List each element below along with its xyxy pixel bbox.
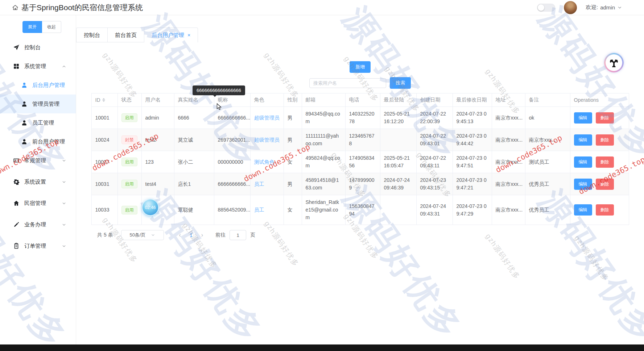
role-link[interactable]: 超级管理员 — [254, 115, 280, 121]
goto-label: 前往 — [215, 232, 226, 238]
main-content: 控制台前台首页后台用户管理× 新增 搜索 ID状态用户名真实姓名昵称角色性别邮箱… — [76, 15, 644, 344]
cell-email: 495824@qq.com — [302, 151, 345, 173]
tab-bar: 控制台前台首页后台用户管理× — [76, 28, 198, 42]
column-header-id[interactable]: ID — [91, 93, 117, 107]
table-header-row: ID状态用户名真实姓名昵称角色性别邮箱电话最后登陆创建日期最后修改日期地址备注O… — [91, 93, 629, 107]
cell-gender: 男 — [284, 129, 302, 151]
sidebar-item-general-management[interactable]: 常规管理 — [0, 151, 76, 170]
theme-toggle[interactable] — [537, 4, 555, 12]
tab-label: 控制台 — [84, 32, 100, 38]
sidebar-item-label: 系统管理 — [24, 63, 46, 70]
delete-button[interactable]: 删除 — [596, 179, 614, 190]
expand-button[interactable]: 展开 — [22, 21, 42, 33]
delete-button[interactable]: 删除 — [596, 134, 614, 146]
edit-button[interactable]: 编辑 — [574, 112, 592, 124]
page-number-1[interactable]: 1 — [190, 232, 193, 238]
sidebar-item-staff-management[interactable]: 员工管理 — [0, 113, 76, 132]
sidebar-item-system-management[interactable]: 系统管理 — [0, 57, 76, 76]
column-header-created: 创建日期 — [416, 93, 453, 107]
add-button[interactable]: 新增 — [350, 61, 371, 73]
sidebar-item-frontend-user-management[interactable]: 前台用户管理 — [0, 132, 76, 151]
delete-button[interactable]: 删除 — [596, 204, 614, 216]
user-menu[interactable]: 欢迎: admin — [586, 4, 622, 11]
cell-email: 458914518@163.com — [302, 173, 345, 195]
cell-last_login: 2025-05-21 16:05:47 — [380, 151, 416, 173]
cell-username: test4 — [141, 173, 174, 195]
cell-id: 10001 — [91, 107, 117, 129]
sidebar-item-business-handling[interactable]: 业务办理 — [0, 215, 76, 234]
bottom-taskbar — [0, 344, 644, 351]
cell-phone: 1234657678 — [345, 129, 380, 151]
edit-button[interactable]: 编辑 — [574, 134, 592, 146]
edit-button[interactable]: 编辑 — [574, 204, 592, 216]
role-link[interactable]: 测试角色 — [254, 159, 274, 165]
goto-page-input[interactable] — [230, 230, 246, 240]
cell-note: 测试员工 — [525, 151, 570, 173]
column-header-last_login: 最后登陆 — [380, 93, 416, 107]
delete-button[interactable]: 删除 — [596, 156, 614, 168]
next-page-button[interactable]: › — [201, 232, 203, 238]
delete-button[interactable]: 删除 — [596, 112, 614, 124]
sidebar-item-order-management[interactable]: 订单管理 — [0, 237, 76, 255]
column-header-status: 状态 — [117, 93, 141, 107]
cell-id: 10031 — [91, 173, 117, 195]
close-icon[interactable]: × — [187, 32, 190, 38]
page-unit-label: 页 — [250, 232, 255, 238]
status-badge: 启用 — [121, 158, 137, 166]
tab-backend-user-management[interactable]: 后台用户管理× — [144, 28, 198, 42]
chevron-up-icon — [62, 64, 66, 69]
cell-realname: 6666 — [174, 107, 214, 129]
page-size-select[interactable]: 50条/页 — [121, 230, 164, 240]
sidebar-item-system-settings[interactable]: 系统设置 — [0, 172, 76, 191]
search-input[interactable] — [309, 78, 386, 88]
sidebar-item-label: 前台用户管理 — [32, 138, 65, 145]
cell-note: ok — [525, 107, 570, 129]
search-button[interactable]: 搜索 — [390, 77, 411, 89]
tab-frontend-home[interactable]: 前台首页 — [108, 28, 144, 42]
cell-email: 11111111@yahoo.com — [302, 129, 345, 151]
cell-phone: 14032252078 — [345, 107, 380, 129]
role-link[interactable]: 超级管理员 — [254, 137, 280, 143]
cell-created: 2024-07-22 09:43:11 — [416, 151, 453, 173]
tab-console[interactable]: 控制台 — [76, 28, 108, 42]
collapse-button[interactable]: 收起 — [42, 21, 61, 33]
cell-gender: 男 — [284, 107, 302, 129]
house-icon — [13, 200, 20, 206]
sort-icon[interactable] — [102, 97, 105, 103]
edit-button[interactable]: 编辑 — [574, 156, 592, 168]
cell-id: 10027 — [91, 151, 117, 173]
recording-timer-overlay: 02:46 — [142, 199, 159, 216]
card-icon — [13, 157, 20, 164]
sidebar-item-admin-management[interactable]: 管理员管理 — [0, 95, 76, 113]
table-row: 10031启用test4店长16666666666...员工男458914518… — [91, 173, 629, 195]
cell-modified: 2024-07-23 09:47:51 — [453, 151, 492, 173]
role-link[interactable]: 员工 — [254, 181, 264, 187]
column-header-gender: 性别 — [284, 93, 302, 107]
sidebar-item-backend-user-management[interactable]: 后台用户管理 — [0, 76, 76, 95]
chevron-down-icon — [62, 201, 66, 206]
cell-note: 优秀员工 — [525, 173, 570, 195]
avatar[interactable] — [564, 1, 577, 14]
prev-page-button[interactable]: ‹ — [179, 232, 181, 238]
sidebar-item-homestay-management[interactable]: 民宿管理 — [0, 194, 76, 213]
user-icon — [21, 101, 28, 107]
cell-nickname: 2697362001... — [214, 129, 250, 151]
cell-id: 10033 — [91, 195, 117, 225]
cell-nickname: 6666666666... — [214, 173, 250, 195]
app-title-text: 基于SpringBoot的民宿信息管理系统 — [21, 3, 143, 13]
cell-modified: 2024-07-23 09:44:42 — [453, 129, 492, 151]
cell-last_login — [380, 195, 416, 225]
sidebar-item-console[interactable]: 控制台 — [0, 38, 76, 57]
cell-modified: 2024-07-23 09:45:13 — [453, 107, 492, 129]
username: admin — [600, 4, 615, 11]
toggle-knob — [538, 4, 544, 11]
column-header-email: 邮箱 — [302, 93, 345, 107]
cell-realname: 张小二 — [174, 151, 214, 173]
role-link[interactable]: 员工 — [254, 207, 264, 213]
welcome-label: 欢迎: — [586, 4, 598, 11]
chevron-down-icon — [617, 5, 622, 10]
grid-icon — [13, 63, 20, 70]
sidebar-item-label: 常规管理 — [24, 157, 46, 164]
edit-button[interactable]: 编辑 — [574, 179, 592, 190]
cell-address: 南京市xxx... — [492, 195, 525, 225]
